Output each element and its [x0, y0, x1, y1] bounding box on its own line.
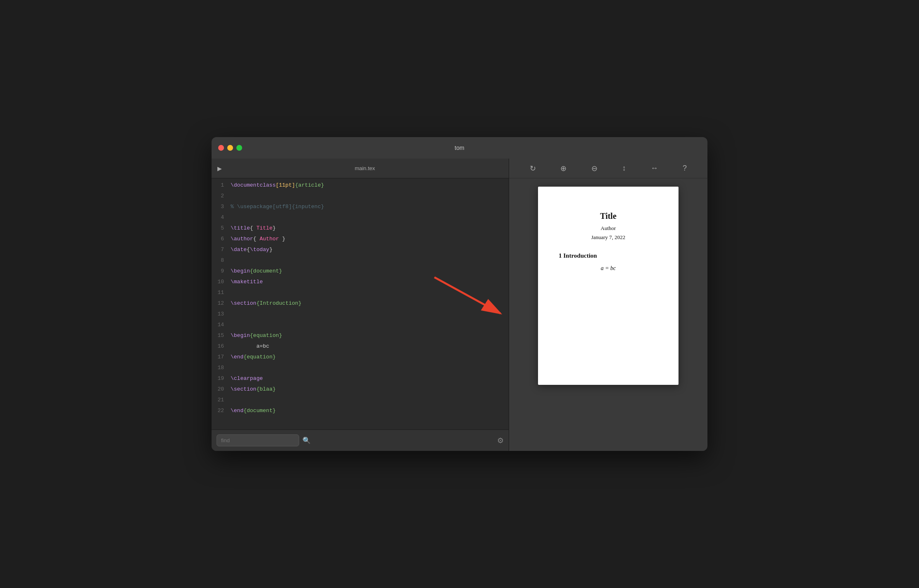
zoom-out-button[interactable]: ⊖: [588, 162, 601, 175]
find-input[interactable]: [217, 434, 299, 446]
editor-toolbar: ▶ main.tex: [212, 159, 509, 178]
file-tab[interactable]: main.tex: [227, 165, 503, 171]
app-window: tom ▶ main.tex 1 \documentclass[11pt]{ar…: [212, 137, 707, 451]
code-line: 17 \end{equation}: [212, 353, 509, 364]
code-line: 10 \maketitle: [212, 278, 509, 289]
zoom-in-button[interactable]: ⊕: [557, 162, 570, 175]
code-line: 6 \author{ Author }: [212, 235, 509, 246]
pdf-section-title: 1 Introduction: [559, 252, 658, 259]
code-line: 21: [212, 396, 509, 407]
code-editor[interactable]: 1 \documentclass[11pt]{article} 2 3 % \u…: [212, 178, 509, 421]
help-button[interactable]: ?: [679, 162, 690, 174]
pdf-page: Title Author January 7, 2022 1 Introduct…: [538, 187, 679, 385]
fit-height-button[interactable]: ↕: [619, 162, 629, 174]
pdf-author: Author: [559, 225, 658, 232]
settings-icon[interactable]: ⚙: [497, 436, 504, 445]
preview-pane: ↻ ⊕ ⊖ ↕ ↔ ? Title Author January 7, 2022…: [509, 159, 707, 451]
code-line: 22 \end{document}: [212, 407, 509, 418]
code-line: 15 \begin{equation}: [212, 332, 509, 343]
code-line: 4: [212, 214, 509, 225]
code-line: 13: [212, 311, 509, 321]
maximize-button[interactable]: [236, 145, 242, 151]
main-content: ▶ main.tex 1 \documentclass[11pt]{articl…: [212, 159, 707, 451]
preview-toolbar: ↻ ⊕ ⊖ ↕ ↔ ?: [509, 159, 707, 178]
code-line: 19 \clearpage: [212, 375, 509, 386]
editor-pane: ▶ main.tex 1 \documentclass[11pt]{articl…: [212, 159, 509, 451]
pdf-title: Title: [559, 211, 658, 221]
traffic-lights: [218, 145, 242, 151]
code-line: 18: [212, 364, 509, 375]
preview-body: Title Author January 7, 2022 1 Introduct…: [509, 178, 707, 451]
window-title: tom: [455, 145, 464, 151]
search-icon[interactable]: 🔍: [302, 436, 311, 444]
code-line: 2: [212, 192, 509, 203]
pdf-date: January 7, 2022: [559, 234, 658, 241]
editor-area[interactable]: 1 \documentclass[11pt]{article} 2 3 % \u…: [212, 178, 509, 429]
pdf-section-introduction: 1 Introduction a = bc: [559, 252, 658, 272]
pdf-equation: a = bc: [559, 265, 658, 272]
close-button[interactable]: [218, 145, 224, 151]
code-line: 20 \section{blaa}: [212, 386, 509, 396]
code-line: 8: [212, 257, 509, 268]
find-bar: 🔍 ⚙: [212, 429, 509, 451]
minimize-button[interactable]: [227, 145, 233, 151]
titlebar: tom: [212, 137, 707, 159]
refresh-button[interactable]: ↻: [526, 162, 539, 175]
run-button[interactable]: ▶: [217, 165, 222, 172]
code-line: 12 \section{Introduction}: [212, 300, 509, 311]
code-line: 11: [212, 289, 509, 300]
code-line: 5 \title{ Title}: [212, 225, 509, 235]
pdf-title-block: Title Author January 7, 2022: [559, 211, 658, 241]
fit-width-button[interactable]: ↔: [647, 162, 661, 174]
code-line: 1 \documentclass[11pt]{article}: [212, 182, 509, 192]
code-line: 7 \date{\today}: [212, 246, 509, 257]
code-line: 3 % \usepackage[utf8]{inputenc}: [212, 203, 509, 214]
code-line: 14: [212, 321, 509, 332]
code-line: 9 \begin{document}: [212, 268, 509, 278]
code-line: 16 a=bc: [212, 343, 509, 353]
